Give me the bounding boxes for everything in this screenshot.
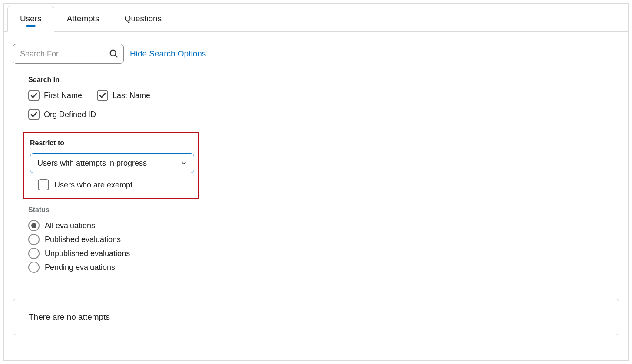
- tab-users[interactable]: Users: [7, 6, 54, 32]
- restrict-select[interactable]: Users with attempts in progress: [30, 153, 194, 173]
- radio-pending-row: Pending evaluations: [28, 262, 619, 273]
- checkbox-org-id-item: Org Defined ID: [28, 109, 96, 120]
- radio-published-label[interactable]: Published evaluations: [45, 235, 121, 244]
- content-area: Hide Search Options Search In First Name…: [4, 32, 628, 344]
- filters-area: Search In First Name Last Name: [13, 76, 619, 273]
- restrict-to-title: Restrict to: [30, 139, 192, 147]
- radio-pending-label[interactable]: Pending evaluations: [45, 263, 115, 272]
- radio-unpublished-label[interactable]: Unpublished evaluations: [45, 249, 130, 258]
- radio-all-row: All evaluations: [28, 220, 619, 231]
- search-in-title: Search In: [28, 76, 619, 84]
- page-frame: Users Attempts Questions Hide Search Opt…: [3, 3, 629, 361]
- status-radio-group: All evaluations Published evaluations Un…: [28, 220, 619, 273]
- radio-published[interactable]: [28, 234, 40, 245]
- tab-questions[interactable]: Questions: [112, 6, 175, 31]
- search-input-container: [13, 44, 124, 64]
- restrict-select-value: Users with attempts in progress: [37, 159, 147, 168]
- search-row: Hide Search Options: [13, 44, 619, 64]
- tab-questions-label: Questions: [125, 14, 162, 23]
- checkbox-last-name[interactable]: [97, 90, 108, 101]
- tab-attempts-label: Attempts: [67, 14, 99, 23]
- no-attempts-text: There are no attempts: [29, 312, 110, 321]
- restrict-select-container: Users with attempts in progress: [30, 153, 194, 173]
- search-input[interactable]: [13, 44, 124, 64]
- checkbox-exempt[interactable]: [38, 179, 49, 190]
- radio-all-label[interactable]: All evaluations: [45, 221, 95, 230]
- svg-line-1: [115, 55, 117, 57]
- search-icon[interactable]: [109, 49, 119, 59]
- radio-unpublished-row: Unpublished evaluations: [28, 248, 619, 259]
- radio-published-row: Published evaluations: [28, 234, 619, 245]
- radio-unpublished[interactable]: [28, 248, 40, 259]
- checkbox-org-id-label[interactable]: Org Defined ID: [44, 110, 96, 119]
- checkbox-first-name[interactable]: [28, 90, 40, 101]
- hide-search-options-link[interactable]: Hide Search Options: [130, 49, 206, 59]
- checkbox-exempt-label[interactable]: Users who are exempt: [54, 180, 132, 190]
- checkbox-first-name-label[interactable]: First Name: [44, 91, 82, 100]
- search-in-row2: Org Defined ID: [28, 109, 619, 120]
- checkbox-first-name-item: First Name: [28, 90, 82, 101]
- chevron-down-icon: [180, 160, 187, 167]
- tab-attempts[interactable]: Attempts: [54, 6, 112, 31]
- tab-users-label: Users: [20, 14, 42, 23]
- svg-point-0: [110, 50, 116, 56]
- no-attempts-panel: There are no attempts: [13, 299, 619, 335]
- status-title: Status: [28, 206, 619, 214]
- restrict-to-highlight: Restrict to Users with attempts in progr…: [23, 132, 199, 199]
- exempt-row: Users who are exempt: [30, 179, 192, 190]
- radio-all[interactable]: [28, 220, 40, 231]
- checkbox-last-name-label[interactable]: Last Name: [113, 91, 150, 100]
- search-in-row1: First Name Last Name: [28, 90, 619, 101]
- checkbox-org-id[interactable]: [28, 109, 40, 120]
- tabs-row: Users Attempts Questions: [4, 4, 628, 32]
- radio-pending[interactable]: [28, 262, 40, 273]
- checkbox-last-name-item: Last Name: [97, 90, 150, 101]
